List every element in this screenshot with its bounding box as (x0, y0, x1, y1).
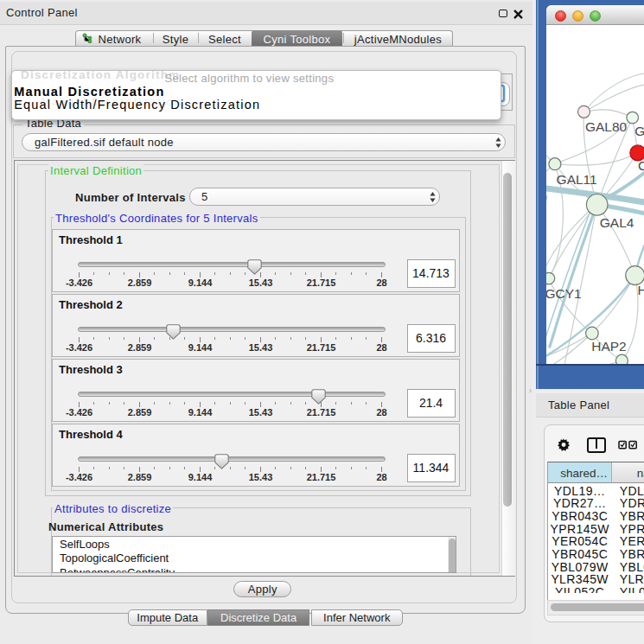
svg-text:GA: GA (634, 124, 644, 138)
svg-text:GAL11: GAL11 (556, 171, 596, 186)
svg-text:GAL80: GAL80 (584, 118, 627, 133)
svg-text:HA: HA (637, 283, 644, 297)
svg-text:CY: CY (638, 157, 644, 172)
svg-text:GAL4: GAL4 (599, 214, 634, 229)
svg-text:GCY1: GCY1 (546, 285, 582, 300)
svg-text:HAP2: HAP2 (591, 338, 627, 353)
